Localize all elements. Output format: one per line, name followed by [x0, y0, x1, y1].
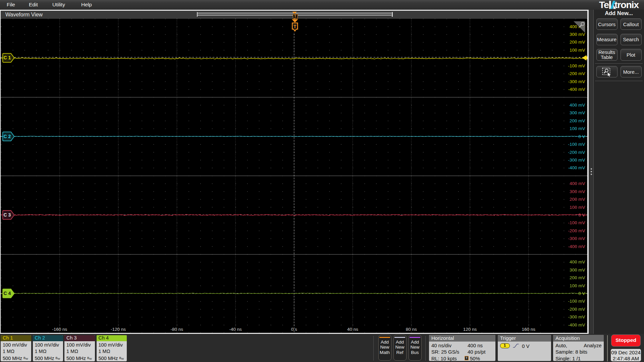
- svg-text:40 ns: 40 ns: [347, 327, 358, 332]
- svg-text:0 V: 0 V: [578, 213, 585, 218]
- svg-text:0 s: 0 s: [291, 327, 297, 332]
- svg-text:400 mV: 400 mV: [570, 103, 585, 108]
- svg-text:-300 mV: -300 mV: [568, 158, 585, 163]
- svg-text:160 ns: 160 ns: [522, 327, 536, 332]
- svg-text:-40 ns: -40 ns: [229, 327, 242, 332]
- svg-text:-200 mV: -200 mV: [568, 307, 585, 312]
- svg-text:-200 mV: -200 mV: [568, 71, 585, 76]
- svg-text:100 mV: 100 mV: [570, 205, 585, 210]
- svg-text:-100 mV: -100 mV: [568, 142, 585, 147]
- svg-text:C 4: C 4: [4, 291, 11, 296]
- svg-text:-120 ns: -120 ns: [111, 327, 126, 332]
- svg-text:120 ns: 120 ns: [463, 327, 477, 332]
- svg-text:-100 mV: -100 mV: [568, 299, 585, 304]
- svg-text:-400 mV: -400 mV: [568, 165, 585, 170]
- svg-text:-100 mV: -100 mV: [568, 220, 585, 225]
- svg-text:100 mV: 100 mV: [570, 283, 585, 288]
- svg-text:tronix: tronix: [614, 0, 639, 10]
- svg-text:-400 mV: -400 mV: [568, 87, 585, 92]
- svg-text:400 mV: 400 mV: [570, 181, 585, 186]
- svg-text:C 3: C 3: [4, 212, 11, 218]
- svg-text:300 mV: 300 mV: [570, 189, 585, 194]
- svg-text:-300 mV: -300 mV: [568, 314, 585, 319]
- svg-text:-200 mV: -200 mV: [568, 228, 585, 233]
- svg-text:200 mV: 200 mV: [570, 118, 585, 123]
- svg-text:T: T: [293, 24, 297, 29]
- svg-text:200 mV: 200 mV: [570, 275, 585, 280]
- svg-text:C 2: C 2: [4, 134, 11, 139]
- svg-text:100 mV: 100 mV: [570, 48, 585, 53]
- svg-text:-200 mV: -200 mV: [568, 150, 585, 155]
- svg-text:-80 ns: -80 ns: [170, 327, 183, 332]
- svg-text:80 ns: 80 ns: [406, 327, 417, 332]
- svg-text:-400 mV: -400 mV: [568, 322, 585, 327]
- svg-text:300 mV: 300 mV: [570, 32, 585, 37]
- svg-text:C 1: C 1: [4, 55, 11, 60]
- svg-text:300 mV: 300 mV: [570, 110, 585, 115]
- svg-text:0 V: 0 V: [578, 291, 585, 296]
- svg-text:400 mV: 400 mV: [570, 259, 585, 264]
- svg-text:100 mV: 100 mV: [570, 126, 585, 131]
- svg-text:Te: Te: [599, 0, 609, 10]
- svg-text:0 V: 0 V: [578, 134, 585, 139]
- svg-text:200 mV: 200 mV: [570, 197, 585, 202]
- svg-text:-400 mV: -400 mV: [568, 244, 585, 249]
- svg-text:200 mV: 200 mV: [570, 40, 585, 45]
- svg-text:300 mV: 300 mV: [570, 267, 585, 273]
- svg-text:-300 mV: -300 mV: [568, 79, 585, 84]
- svg-text:-160 ns: -160 ns: [52, 327, 67, 332]
- svg-text:-300 mV: -300 mV: [568, 236, 585, 241]
- svg-text:-100 mV: -100 mV: [568, 63, 585, 68]
